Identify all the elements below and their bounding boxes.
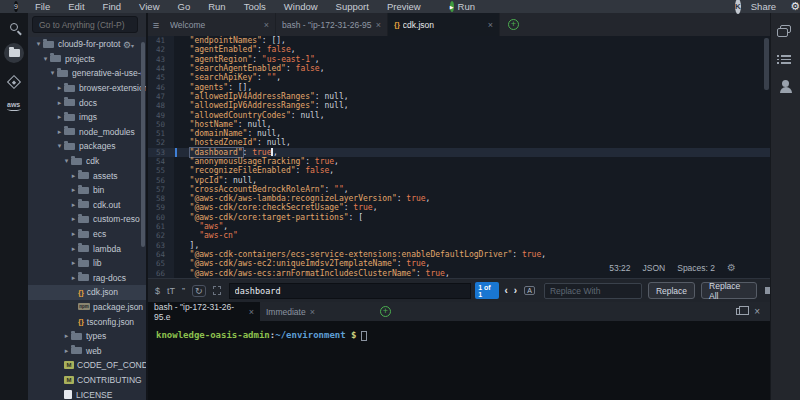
terminal-output[interactable]: knowledge-oasis-admin:~/environment $	[148, 321, 770, 350]
tree-item-docs[interactable]: ▸docs	[28, 95, 146, 110]
menu-item-view[interactable]: View	[130, 1, 168, 12]
tree-item-package-json[interactable]: npmpackage.json	[28, 300, 146, 315]
run-button[interactable]: Run	[458, 1, 475, 12]
editor-settings-gear-icon[interactable]: ⚙	[727, 262, 736, 273]
syntax-mode[interactable]: JSON	[643, 263, 666, 273]
new-tab-button[interactable]: +	[508, 19, 519, 30]
chevron-right-icon[interactable]: ▸	[55, 113, 64, 121]
chevron-down-icon[interactable]: ▾	[41, 55, 50, 63]
code-line-59[interactable]: 59"@aws-cdk/core:checkSecretUsage": true…	[148, 203, 770, 212]
replace-button[interactable]: Replace	[648, 282, 695, 299]
menu-item-find[interactable]: Find	[94, 1, 130, 12]
menu-item-window[interactable]: Window	[275, 1, 327, 12]
chevron-right-icon[interactable]: ▸	[69, 230, 78, 238]
tree-item-cdk-out[interactable]: ▸cdk.out	[28, 198, 146, 213]
close-tab-icon[interactable]: ×	[376, 20, 381, 30]
whole-word-toggle-icon[interactable]: ”	[182, 286, 185, 296]
aws-toolkit-icon[interactable]: aws	[7, 101, 21, 111]
menu-item-tools[interactable]: Tools	[235, 1, 275, 12]
chevron-right-icon[interactable]: ▸	[69, 259, 78, 267]
chevron-right-icon[interactable]: ▸	[55, 84, 64, 92]
outline-icon[interactable]	[781, 55, 791, 64]
chevron-down-icon[interactable]: ▾	[34, 40, 43, 48]
replace-input[interactable]	[544, 283, 642, 299]
tree-item-web[interactable]: ▸web	[28, 343, 146, 358]
cursor-position[interactable]: 53:22	[609, 263, 630, 273]
code-line-52[interactable]: 52"hostedZoneId": null,	[148, 138, 770, 147]
tree-item-ecs[interactable]: ▸ecs	[28, 227, 146, 242]
preferences-gear-icon[interactable]: ⚙	[790, 0, 800, 13]
tree-item-assets[interactable]: ▸assets	[28, 168, 146, 183]
tree-item-node-modules[interactable]: ▸node_modules	[28, 125, 146, 140]
chevron-down-icon[interactable]: ▾	[48, 69, 57, 77]
chevron-right-icon[interactable]: ▸	[69, 201, 78, 209]
collaborate-chat-icon[interactable]	[780, 25, 791, 33]
tree-item-contributing[interactable]: MCONTRIBUTING	[28, 373, 146, 388]
code-line-45[interactable]: 45"searchApiKey": "",	[148, 73, 770, 82]
code-line-60[interactable]: 60"@aws-cdk/core:target-partitions": [	[148, 213, 770, 222]
previous-match-button[interactable]: ‹	[505, 285, 508, 296]
code-line-64[interactable]: 64"@aws-cdk-containers/ecs-service-exten…	[148, 250, 770, 259]
close-tab-icon[interactable]: ×	[249, 307, 254, 317]
tree-scrollbar[interactable]	[141, 42, 145, 247]
close-tab-icon[interactable]: ×	[310, 307, 315, 317]
avatar[interactable]: K	[735, 0, 741, 14]
tab-bash-ip-172-31-26-95-e[interactable]: bash - "ip-172-31-26-95.e×	[276, 13, 388, 36]
code-line-53[interactable]: 53"dashboard": true,	[148, 148, 770, 157]
chevron-right-icon[interactable]: ▸	[62, 332, 71, 340]
code-line-51[interactable]: 51"domainName": null,	[148, 129, 770, 138]
code-line-47[interactable]: 47"allowedIpV4AddressRanges": null,	[148, 92, 770, 101]
environment-files-button[interactable]	[4, 43, 24, 63]
code-line-49[interactable]: 49"allowedCountryCodes": null,	[148, 110, 770, 119]
tree-item-license[interactable]: LICENSE	[28, 387, 146, 400]
tree-item-packages[interactable]: ▾packages	[28, 139, 146, 154]
new-terminal-button[interactable]: +	[380, 306, 391, 317]
code-line-55[interactable]: 55"recognizeFileEnabled": false,	[148, 166, 770, 175]
collaborate-people-icon[interactable]	[782, 80, 789, 87]
tab-list-menu-icon[interactable]: ≡	[148, 13, 164, 36]
tree-item-custom-reso[interactable]: ▸custom-reso	[28, 212, 146, 227]
regex-toggle-icon[interactable]: $	[155, 286, 160, 296]
tree-item-cdk-json[interactable]: {}cdk.json	[28, 285, 146, 300]
preview-button[interactable]: Preview	[378, 1, 430, 12]
chevron-down-icon[interactable]: ▾	[55, 142, 64, 150]
chevron-right-icon[interactable]: ▸	[69, 274, 78, 282]
tree-item-browser-extension[interactable]: ▸browser-extension	[28, 81, 146, 96]
code-line-61[interactable]: 61"aws",	[148, 222, 770, 231]
code-editor[interactable]: 41"endpointNames": [],42"agentEnabled": …	[148, 36, 770, 278]
menu-item-run[interactable]: Run	[199, 1, 234, 12]
share-button[interactable]: Share	[751, 1, 776, 12]
terminal-tab-immediate[interactable]: Immediate×	[260, 302, 372, 321]
preserve-case-toggle-icon[interactable]: A	[524, 286, 535, 295]
tree-item-rag-docs[interactable]: ▸rag-docs	[28, 271, 146, 286]
code-line-42[interactable]: 42"agentEnabled": false,	[148, 45, 770, 54]
indent-setting[interactable]: Spaces: 2	[677, 263, 715, 273]
tree-item-generative-ai-use-c[interactable]: ▾generative-ai-use-c	[28, 66, 146, 81]
close-panel-icon[interactable]: ×	[754, 306, 760, 317]
menu-item-edit[interactable]: Edit	[59, 1, 93, 12]
tab-cdk-json[interactable]: {}cdk.json×	[388, 13, 500, 36]
code-line-62[interactable]: 62"aws-cn"	[148, 231, 770, 240]
chevron-right-icon[interactable]: ▸	[69, 172, 78, 180]
code-line-58[interactable]: 58"@aws-cdk/aws-lambda:recognizeLayerVer…	[148, 194, 770, 203]
match-case-toggle-icon[interactable]: tT	[167, 286, 175, 296]
code-line-50[interactable]: 50"hostName": null,	[148, 120, 770, 129]
search-wrap-toggle-icon[interactable]: ↻	[192, 285, 206, 297]
chevron-down-icon[interactable]: ▾	[62, 157, 71, 165]
editor-scrollbar[interactable]	[764, 38, 769, 90]
search-input[interactable]	[229, 283, 472, 299]
chevron-right-icon[interactable]: ▸	[69, 215, 78, 223]
tree-item-lib[interactable]: ▸lib	[28, 256, 146, 271]
tree-item-tsconfig-json[interactable]: {}tsconfig.json	[28, 314, 146, 329]
menu-item-support[interactable]: Support	[327, 1, 378, 12]
search-in-selection-icon[interactable]	[213, 286, 221, 295]
tree-item-bin[interactable]: ▸bin	[28, 183, 146, 198]
chevron-right-icon[interactable]: ▸	[55, 99, 64, 107]
code-line-57[interactable]: 57"crossAccountBedrockRoleArn": "",	[148, 185, 770, 194]
chevron-right-icon[interactable]: ▸	[62, 347, 71, 355]
search-icon[interactable]	[10, 23, 18, 31]
code-line-41[interactable]: 41"endpointNames": [],	[148, 36, 770, 45]
tree-item-code-of-conduct[interactable]: MCODE_OF_CONDUCT	[28, 358, 146, 373]
code-line-54[interactable]: 54"anonymousUsageTracking": true,	[148, 157, 770, 166]
chevron-right-icon[interactable]: ▸	[69, 186, 78, 194]
